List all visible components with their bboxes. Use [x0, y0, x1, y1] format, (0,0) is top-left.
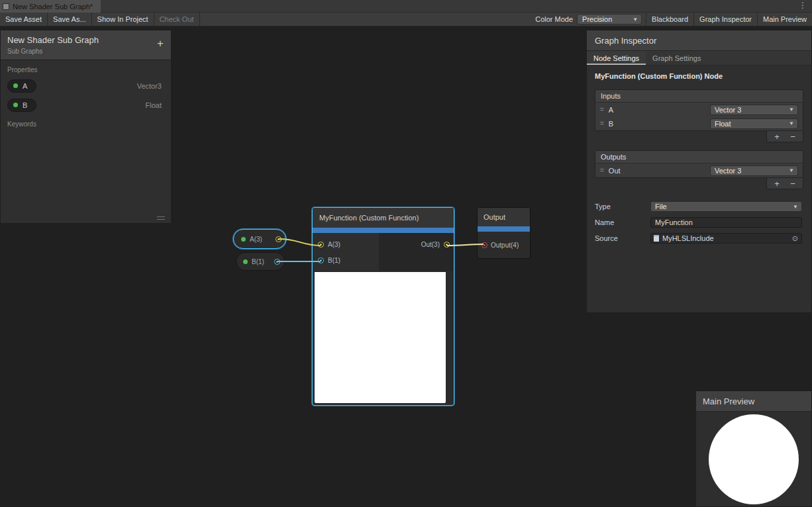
tab-graph-settings[interactable]: Graph Settings [646, 51, 707, 65]
property-node-a-label: A(3) [250, 236, 262, 243]
selected-node-heading: MyFunction (Custom Function) Node [587, 66, 811, 81]
exposed-dot-icon [243, 259, 248, 264]
outputs-row-out: = Out Vector 3 ▼ [595, 163, 803, 177]
color-mode-dropdown[interactable]: Precision ▼ [577, 14, 642, 24]
inputs-list: Inputs = A Vector 3 ▼ = B Float ▼ [595, 89, 803, 131]
save-asset-button[interactable]: Save Asset [0, 13, 48, 26]
graph-inspector-panel: Graph Inspector Node Settings Graph Sett… [586, 30, 812, 313]
blackboard-resize-handle[interactable] [157, 216, 165, 220]
main-preview-toggle-button[interactable]: Main Preview [757, 13, 812, 26]
property-node-b[interactable]: B(1) [236, 252, 285, 271]
outputs-list-header: Outputs [595, 151, 803, 163]
exposed-dot-icon [13, 103, 18, 107]
input-port-b-label: B(1) [328, 257, 340, 264]
property-node-b-output-port[interactable] [274, 259, 280, 265]
property-row-b: B Float [1, 95, 171, 115]
chevron-down-icon: ▼ [784, 107, 794, 113]
node-preview-image [315, 272, 446, 403]
input-port-row-b: B(1) [313, 252, 379, 268]
remove-input-button[interactable]: − [785, 132, 801, 141]
tab-node-settings[interactable]: Node Settings [587, 51, 646, 65]
property-pill-b[interactable]: B [7, 99, 36, 112]
graph-inspector-toggle-button[interactable]: Graph Inspector [693, 13, 757, 26]
outputs-list-footer: + − [595, 178, 803, 189]
property-pill-a[interactable]: A [7, 79, 36, 93]
output-out-name: Out [609, 167, 705, 175]
input-port-column: A(3) B(1) [313, 233, 379, 271]
property-node-a[interactable]: A(3) [233, 229, 286, 249]
add-output-button[interactable]: + [769, 179, 785, 188]
type-value: File [655, 203, 667, 210]
main-preview-panel: Main Preview [695, 391, 812, 507]
color-mode-value: Precision [582, 15, 612, 23]
name-input[interactable]: MyFunction [650, 217, 802, 228]
graph-inspector-title[interactable]: Graph Inspector [587, 30, 811, 51]
keywords-section-label: Keywords [1, 115, 171, 130]
precision-strip [478, 226, 530, 232]
property-row-a: A Vector3 [1, 76, 171, 95]
source-field-row: Source MyHLSLInclude ⊙ [587, 230, 811, 246]
input-b-type-dropdown[interactable]: Float ▼ [710, 118, 798, 129]
asset-tab[interactable]: New Shader Sub Graph* [0, 0, 101, 13]
output-node[interactable]: Output Output(4) [477, 207, 531, 259]
name-field-label: Name [595, 218, 650, 226]
save-as-button[interactable]: Save As... [48, 13, 92, 26]
custom-function-node[interactable]: MyFunction (Custom Function) A(3) B(1) O… [312, 207, 454, 406]
output-node-input-port[interactable] [482, 242, 487, 248]
property-pill-a-label: A [23, 82, 27, 90]
output-port-out[interactable] [444, 242, 450, 248]
custom-function-port-area: A(3) B(1) Out(3) [313, 233, 454, 271]
asset-tab-label: New Shader Sub Graph* [13, 3, 93, 11]
input-port-b[interactable] [318, 257, 324, 263]
remove-output-button[interactable]: − [785, 179, 801, 188]
custom-function-node-title: MyFunction (Custom Function) [313, 208, 454, 228]
window-tab-bar: New Shader Sub Graph* ⋮ [0, 0, 812, 13]
add-input-button[interactable]: + [769, 132, 785, 141]
type-dropdown[interactable]: File ▼ [650, 201, 802, 212]
precision-strip [313, 228, 454, 233]
property-node-a-output-port[interactable] [276, 236, 281, 242]
preview-sphere [709, 414, 799, 504]
input-a-name: A [609, 106, 705, 114]
type-field-label: Type [595, 203, 650, 210]
inputs-list-header: Inputs [595, 90, 803, 103]
drag-handle-icon[interactable]: = [600, 167, 604, 174]
property-a-type: Vector3 [137, 82, 162, 90]
input-port-a-label: A(3) [328, 241, 340, 248]
blackboard-header[interactable]: New Shader Sub Graph Sub Graphs + [1, 30, 171, 60]
output-node-title: Output [478, 208, 530, 226]
show-in-project-button[interactable]: Show In Project [92, 13, 154, 26]
shader-graph-window: New Shader Sub Graph* ⋮ Save Asset Save … [0, 0, 812, 507]
input-port-row-a: A(3) [313, 236, 379, 252]
source-object-field[interactable]: MyHLSLInclude ⊙ [650, 233, 802, 244]
input-port-a[interactable] [318, 242, 324, 248]
inputs-list-footer: + − [595, 131, 803, 142]
input-b-type-value: Float [715, 120, 731, 128]
exposed-dot-icon [13, 83, 18, 88]
blackboard-title: New Shader Sub Graph [7, 35, 164, 45]
input-a-type-dropdown[interactable]: Vector 3 ▼ [710, 105, 798, 115]
chevron-down-icon: ▼ [784, 120, 794, 126]
object-picker-icon[interactable]: ⊙ [791, 234, 799, 243]
source-field-label: Source [595, 234, 650, 242]
function-settings-fields: Type File ▼ Name MyFunction Source MyHLS… [587, 199, 811, 246]
main-preview-viewport[interactable] [696, 412, 811, 506]
add-property-button[interactable]: + [157, 38, 164, 49]
main-preview-title[interactable]: Main Preview [696, 391, 811, 412]
blackboard-toggle-button[interactable]: Blackboard [646, 13, 693, 26]
inputs-row-a: = A Vector 3 ▼ [595, 103, 803, 116]
output-port-column: Out(3) [379, 233, 454, 271]
output-out-type-dropdown[interactable]: Vector 3 ▼ [710, 165, 798, 176]
drag-handle-icon[interactable]: = [600, 120, 604, 127]
properties-section-label: Properties [1, 60, 171, 76]
name-field-row: Name MyFunction [587, 214, 811, 230]
color-mode-label: Color Mode [531, 13, 577, 26]
graph-toolbar: Save Asset Save As... Show In Project Ch… [0, 13, 812, 26]
window-menu-icon[interactable]: ⋮ [799, 1, 807, 10]
chevron-down-icon: ▼ [784, 167, 794, 173]
drag-handle-icon[interactable]: = [600, 106, 604, 113]
inputs-row-b: = B Float ▼ [595, 116, 803, 130]
blackboard-subtitle: Sub Graphs [7, 48, 164, 55]
property-pill-b-label: B [23, 101, 27, 109]
outputs-list: Outputs = Out Vector 3 ▼ [595, 150, 803, 178]
